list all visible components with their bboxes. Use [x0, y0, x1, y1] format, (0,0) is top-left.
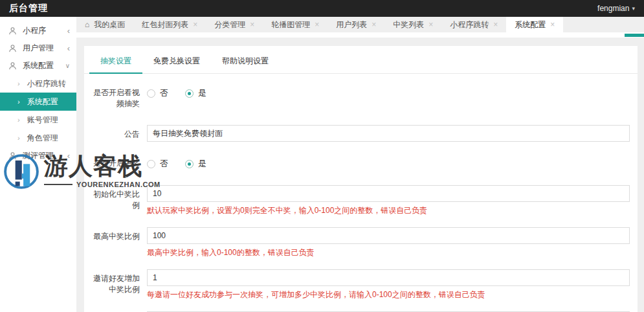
invite-ratio-input[interactable] [147, 269, 630, 286]
sidebar-item-label: 用户管理 [23, 43, 54, 54]
close-icon[interactable]: × [493, 21, 498, 28]
field-label: 是否开启看视频抽奖 [92, 84, 140, 109]
radio-checked-icon [185, 160, 194, 168]
field-label: 是否开启中奖 [92, 154, 140, 170]
sidebar-subitem-label: 账号管理 [27, 115, 58, 126]
radio-win-no[interactable]: 否 [147, 158, 168, 170]
main-area: ⌂ 我的桌面 红包封面列表 × 分类管理 × 轮播图管理 × 用户列表 × [76, 17, 644, 312]
init-ratio-input[interactable] [147, 185, 630, 202]
tab-label: 中奖列表 [393, 19, 424, 30]
tab-help-settings[interactable]: 帮助说明设置 [211, 52, 280, 73]
sidebar: 小程序 ‹ 用户管理 ‹ 系统配置 ∨ › [0, 17, 76, 312]
sidebar-subitem-system-config[interactable]: › 系统配置 [0, 93, 76, 111]
tab-user-list[interactable]: 用户列表 × [328, 17, 384, 32]
tab-carousel-management[interactable]: 轮播图管理 × [263, 17, 328, 32]
sidebar-subitem-role-management[interactable]: › 角色管理 [0, 129, 76, 147]
max-ratio-input[interactable] [147, 227, 630, 244]
sidebar-subitem-miniprogram-jump[interactable]: › 小程序跳转 [0, 74, 76, 93]
arrow-right-icon: › [17, 134, 20, 142]
tab-scrollbar [76, 32, 644, 38]
form-row-invite-ratio: 邀请好友增加中奖比例 每邀请一位好友成功参与一次抽奖，可增加多少中奖比例，请输入… [92, 269, 630, 299]
user-icon [8, 27, 17, 35]
arrow-right-icon: › [17, 80, 20, 87]
tab-my-desktop[interactable]: ⌂ 我的桌面 [76, 17, 133, 32]
tab-label: 我的桌面 [94, 19, 125, 30]
sidebar-subitem-label: 小程序跳转 [27, 78, 66, 89]
sidebar-item-user-management[interactable]: 用户管理 ‹ [0, 39, 76, 57]
radio-label: 否 [160, 87, 168, 99]
radio-video-yes[interactable]: 是 [185, 87, 206, 99]
admin-screen: 后台管理 fengmian ▾ 小程序 ‹ 用户管理 [0, 0, 644, 312]
radio-win-yes[interactable]: 是 [185, 158, 206, 170]
tab-label: 用户列表 [336, 19, 367, 30]
username: fengmian [597, 4, 629, 13]
tab-lottery-settings[interactable]: 抽奖设置 [89, 52, 142, 74]
close-icon[interactable]: × [315, 21, 319, 28]
sidebar-subitem-account-management[interactable]: › 账号管理 [0, 111, 76, 129]
arrow-right-icon: › [17, 116, 20, 124]
tab-label: 红包封面列表 [142, 19, 188, 30]
sidebar-item-review-management[interactable]: 测评管理 ‹ [0, 147, 76, 164]
tab-winner-list[interactable]: 中奖列表 × [384, 17, 441, 32]
chevron-left-icon: ‹ [67, 44, 70, 52]
radio-label: 是 [198, 87, 206, 99]
tab-miniprogram-jump[interactable]: 小程序跳转 × [441, 17, 506, 32]
tab-label: 分类管理 [214, 19, 245, 30]
user-menu[interactable]: fengmian ▾ [597, 4, 635, 13]
field-label: 初始化中奖比例 [92, 185, 140, 215]
form-row-video-lottery: 是否开启看视频抽奖 否 是 [92, 84, 630, 109]
lottery-settings-form: 是否开启看视频抽奖 否 是 [84, 74, 638, 312]
field-label: 邀请好友增加中奖比例 [92, 269, 140, 299]
sidebar-item-system-config[interactable]: 系统配置 ∨ [0, 57, 76, 74]
radio-video-no[interactable]: 否 [147, 87, 168, 99]
field-hint: 默认玩家中奖比例，设置为0则完全不中奖，输入0-100之间的整数，错误自己负责 [147, 206, 630, 215]
radio-label: 是 [198, 158, 206, 170]
sidebar-subitem-label: 系统配置 [27, 96, 58, 107]
tab-scrollbar-thumb[interactable] [625, 34, 644, 37]
sidebar-item-label: 系统配置 [23, 60, 54, 71]
sidebar-item-label: 小程序 [23, 25, 46, 36]
home-icon: ⌂ [85, 20, 89, 29]
chevron-left-icon: ‹ [67, 27, 70, 35]
tab-free-exchange-settings[interactable]: 免费兑换设置 [142, 52, 211, 73]
app-title: 后台管理 [9, 3, 48, 14]
chevron-left-icon: ‹ [67, 151, 70, 160]
form-row-notice: 公告 [92, 125, 630, 142]
user-icon [8, 44, 17, 52]
user-icon [8, 151, 17, 160]
window-tabbar: ⌂ 我的桌面 红包封面列表 × 分类管理 × 轮播图管理 × 用户列表 × [76, 17, 644, 32]
form-row-max-ratio: 最高中奖比例 最高中奖比例，输入0-100的整数，错误自己负责 [92, 227, 630, 257]
notice-input[interactable] [147, 125, 630, 142]
user-icon [8, 61, 17, 70]
close-icon[interactable]: × [193, 21, 197, 28]
caret-down-icon: ▾ [632, 5, 635, 12]
radio-icon [147, 89, 155, 98]
tab-label: 系统配置 [515, 19, 546, 30]
tab-system-config[interactable]: 系统配置 × [506, 17, 563, 32]
sidebar-item-miniprogram[interactable]: 小程序 ‹ [0, 22, 76, 39]
field-label: 公告 [92, 125, 140, 142]
field-label: 最高中奖比例 [92, 227, 140, 257]
tab-label: 轮播图管理 [271, 19, 310, 30]
field-hint: 最高中奖比例，输入0-100的整数，错误自己负责 [147, 248, 630, 257]
tab-redpacket-cover-list[interactable]: 红包封面列表 × [133, 17, 206, 32]
field-hint: 每邀请一位好友成功参与一次抽奖，可增加多少中奖比例，请输入0-100之间的整数，… [147, 290, 630, 299]
tab-category-management[interactable]: 分类管理 × [206, 17, 263, 32]
close-icon[interactable]: × [550, 21, 555, 28]
form-row-init-ratio: 初始化中奖比例 默认玩家中奖比例，设置为0则完全不中奖，输入0-100之间的整数… [92, 185, 630, 215]
close-icon[interactable]: × [372, 21, 376, 28]
topbar: 后台管理 fengmian ▾ [0, 0, 644, 17]
radio-checked-icon [185, 89, 194, 98]
close-icon[interactable]: × [250, 21, 254, 28]
chevron-down-icon: ∨ [65, 63, 70, 69]
tab-label: 小程序跳转 [450, 19, 489, 30]
form-row-win-enabled: 是否开启中奖 否 是 [92, 154, 630, 170]
content-panel: 抽奖设置 免费兑换设置 帮助说明设置 是否开启看视频抽奖 否 [84, 46, 638, 312]
arrow-right-icon: › [17, 98, 20, 106]
radio-icon [147, 160, 155, 168]
sidebar-item-label: 测评管理 [23, 150, 54, 161]
settings-tabs: 抽奖设置 免费兑换设置 帮助说明设置 [84, 46, 638, 74]
close-icon[interactable]: × [428, 21, 433, 28]
sidebar-subitem-label: 角色管理 [27, 133, 58, 144]
radio-label: 否 [160, 158, 168, 170]
